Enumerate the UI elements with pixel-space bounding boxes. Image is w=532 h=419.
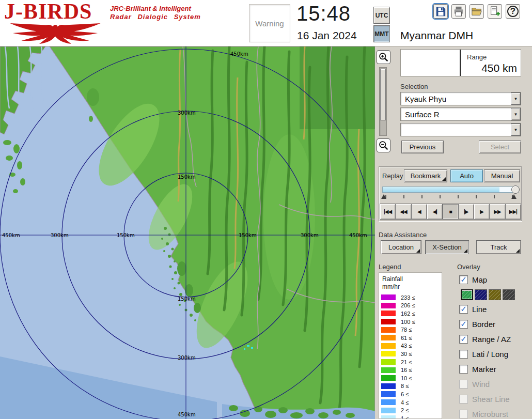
warning-indicator[interactable]: Warning <box>249 4 290 42</box>
legend-color-swatch <box>381 351 396 356</box>
legend-color-swatch <box>381 408 396 413</box>
legend-threshold: 6 ≤ <box>401 391 409 397</box>
zoom-slider-track[interactable] <box>379 67 387 136</box>
legend-threshold: 100 ≤ <box>401 319 415 325</box>
zoom-slider-thumb[interactable] <box>380 69 386 120</box>
legend-color-swatch <box>381 335 396 340</box>
export-button[interactable] <box>488 4 502 19</box>
clock-time: 15:48 <box>296 2 351 25</box>
overlay-item-map[interactable]: ✓Map <box>459 272 529 287</box>
legend-threshold: 1 ≤ <box>401 415 409 419</box>
legend-unit: mm/hr <box>382 283 442 290</box>
fast-forward-button[interactable]: ▶▶ <box>489 204 505 220</box>
stop-button[interactable]: ■ <box>442 204 458 220</box>
clock-date: 16 Jan 2024 <box>297 29 357 42</box>
product-dropdown[interactable]: Surface R ▼ <box>400 107 521 121</box>
checked-checkbox[interactable]: ✓ <box>459 335 468 344</box>
export-icon <box>489 6 500 17</box>
x-section-button[interactable]: X-Section <box>425 240 469 254</box>
overlay-list: ✓Map✓Line✓Border✓Range / AZLati / LongMa… <box>459 272 529 419</box>
skip-end-button[interactable]: ▶▶| <box>505 204 521 220</box>
help-button[interactable]: ? <box>506 4 520 19</box>
mmt-button[interactable]: MMT <box>373 25 390 42</box>
legend-color-swatch <box>381 399 396 405</box>
unchecked-checkbox[interactable] <box>459 365 468 374</box>
map-style-swatch-3[interactable] <box>489 289 501 300</box>
overlay-item-line[interactable]: ✓Line <box>459 302 529 317</box>
timeline-start-marker[interactable] <box>381 194 386 199</box>
skip-start-button[interactable]: |◀◀ <box>380 204 396 220</box>
zoom-in-button[interactable] <box>377 50 390 64</box>
replay-timeline[interactable] <box>382 187 519 193</box>
legend-color-swatch <box>381 343 396 349</box>
overlay-item-label: Wind <box>472 380 490 389</box>
checked-checkbox[interactable]: ✓ <box>459 305 468 314</box>
open-folder-button[interactable] <box>470 4 484 19</box>
overlay-item-range-az[interactable]: ✓Range / AZ <box>459 332 529 347</box>
legend-row: 206 ≤ <box>379 302 442 310</box>
legend-threshold: 233 ≤ <box>401 294 415 301</box>
legend-threshold: 43 ≤ <box>401 343 412 349</box>
radar-map[interactable]: 450km300km150km150km300km450km450km300km… <box>0 46 375 419</box>
map-style-swatch-4[interactable] <box>503 289 515 300</box>
timeline-tick <box>403 195 404 198</box>
legend-color-swatch <box>381 391 396 397</box>
legend-color-swatch <box>381 415 396 419</box>
legend-threshold: 10 ≤ <box>401 375 412 381</box>
menu-corner-icon <box>442 177 446 181</box>
overlay-item-border[interactable]: ✓Border <box>459 317 529 332</box>
warning-label: Warning <box>255 19 284 28</box>
range-ring-label: 150km <box>178 174 196 180</box>
manual-button[interactable]: Manual <box>484 169 520 182</box>
legend-row: 30 ≤ <box>379 350 442 358</box>
option-dropdown[interactable]: ▼ <box>400 123 521 136</box>
legend-color-swatch <box>381 319 396 324</box>
site-dropdown-value: Kyauk Phyu <box>401 95 511 103</box>
location-button[interactable]: Location <box>381 240 421 254</box>
fast-rewind-button[interactable]: ◀◀ <box>395 204 411 220</box>
step-back-button[interactable]: ◀| <box>427 204 443 220</box>
bookmark-button[interactable]: Bookmark <box>404 169 447 182</box>
menu-corner-icon <box>416 249 420 253</box>
selection-label: Selection <box>400 83 428 90</box>
utc-button[interactable]: UTC <box>373 7 390 24</box>
range-ring-label: 450km <box>230 51 248 57</box>
overlay-label: Overlay <box>457 263 480 271</box>
timeline-thumb[interactable] <box>511 185 520 194</box>
step-forward-button[interactable]: |▶ <box>458 204 474 220</box>
map-style-swatch-1[interactable] <box>461 289 473 300</box>
site-dropdown[interactable]: Kyauk Phyu ▼ <box>400 92 521 105</box>
save-button[interactable] <box>433 4 448 19</box>
overlay-item-label: Microburst <box>472 410 508 418</box>
print-button[interactable] <box>451 4 466 19</box>
data-assistance-label: Data Assistance <box>379 231 427 239</box>
overlay-item-shear-line: Shear Line <box>459 392 529 407</box>
overlay-item-label: Range / AZ <box>472 335 511 344</box>
play-button[interactable]: ▶ <box>474 204 490 220</box>
auto-button[interactable]: Auto <box>450 169 483 182</box>
select-button[interactable]: Select <box>479 141 521 153</box>
unchecked-checkbox[interactable] <box>459 350 468 359</box>
overlay-item-marker[interactable]: Marker <box>459 362 529 377</box>
timeline-position-marker[interactable] <box>511 194 517 199</box>
zoom-out-button[interactable] <box>377 138 390 152</box>
checked-checkbox[interactable]: ✓ <box>459 320 468 329</box>
checked-checkbox[interactable]: ✓ <box>459 275 468 284</box>
location-label: Location <box>388 243 414 251</box>
open-folder-icon <box>471 6 482 17</box>
range-ring-label: 150km <box>239 232 257 238</box>
chevron-down-icon[interactable]: ▼ <box>511 92 521 105</box>
print-icon <box>453 6 464 17</box>
legend-row: 6 ≤ <box>379 390 442 398</box>
legend-color-swatch <box>381 294 396 300</box>
reverse-play-button[interactable]: ◀ <box>411 204 427 220</box>
track-button[interactable]: Track <box>476 240 521 254</box>
previous-button[interactable]: Previous <box>401 141 444 153</box>
chevron-down-icon[interactable]: ▼ <box>511 108 521 120</box>
map-style-swatch-2[interactable] <box>475 289 487 300</box>
logo-title: J-BIRDS <box>4 0 92 24</box>
timeline-tick <box>421 195 423 198</box>
overlay-item-lati-long[interactable]: Lati / Long <box>459 347 529 362</box>
overlay-item-label: Lati / Long <box>472 350 508 359</box>
chevron-down-icon[interactable]: ▼ <box>511 123 521 136</box>
